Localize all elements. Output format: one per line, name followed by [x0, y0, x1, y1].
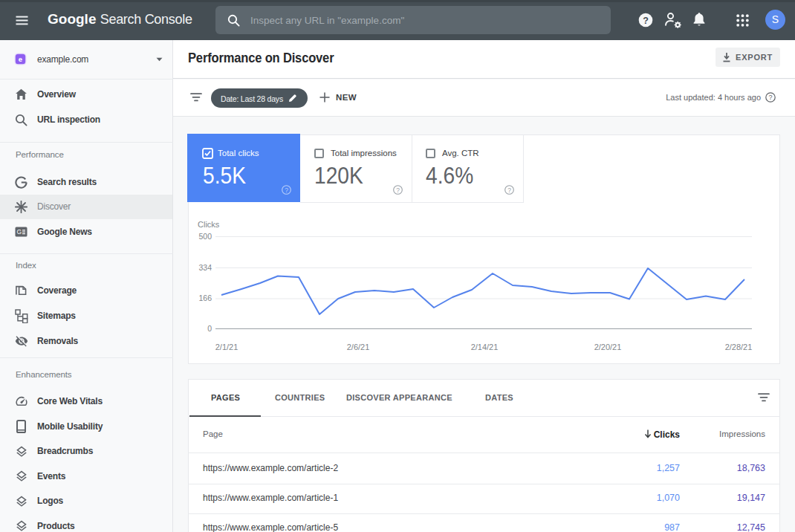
svg-text:500: 500	[198, 232, 212, 241]
svg-text:G: G	[17, 228, 22, 236]
svg-text:2/20/21: 2/20/21	[594, 343, 622, 351]
svg-text:?: ?	[396, 186, 400, 194]
svg-text:334: 334	[198, 263, 212, 272]
svg-text:0: 0	[207, 324, 212, 333]
svg-text:2/1/21: 2/1/21	[215, 343, 238, 351]
svg-text:2/28/21: 2/28/21	[725, 343, 753, 351]
svg-text:2/14/21: 2/14/21	[471, 343, 499, 351]
svg-text:e: e	[19, 55, 22, 63]
svg-text:?: ?	[643, 16, 649, 26]
svg-text:?: ?	[285, 186, 288, 194]
svg-text:2/6/21: 2/6/21	[347, 343, 370, 351]
svg-text:166: 166	[198, 293, 212, 302]
svg-text:?: ?	[768, 94, 772, 101]
svg-text:?: ?	[507, 186, 511, 194]
